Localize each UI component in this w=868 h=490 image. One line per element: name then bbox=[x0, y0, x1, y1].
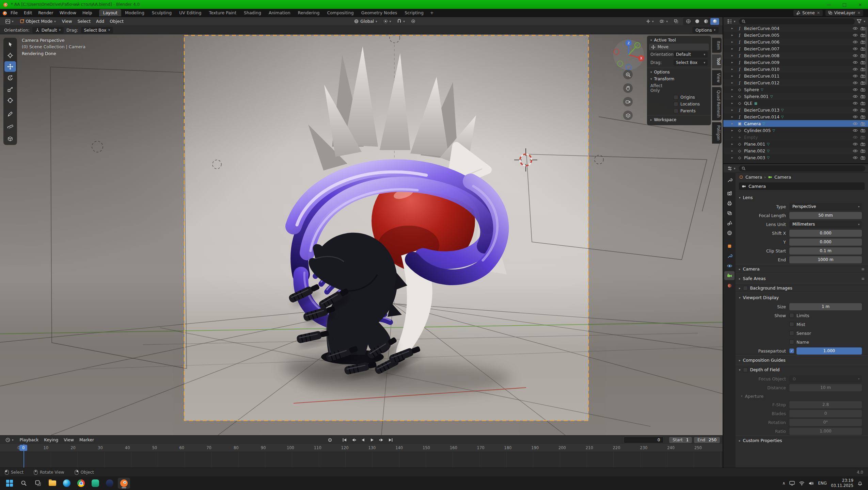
blender-app-icon[interactable] bbox=[2, 10, 7, 16]
menubar-item[interactable]: Window bbox=[57, 10, 79, 16]
focus-object-field[interactable] bbox=[789, 375, 862, 382]
breadcrumb-object[interactable]: Camera bbox=[745, 175, 762, 180]
checkbox[interactable] bbox=[674, 109, 678, 113]
n-panel-tab[interactable]: Quad Remesh bbox=[712, 87, 722, 120]
tool-scale[interactable] bbox=[4, 84, 16, 94]
disclosure-arrow-icon[interactable]: ▸ bbox=[731, 88, 735, 91]
frame-end-field[interactable]: End 250 bbox=[694, 437, 720, 443]
properties-tab-modifiers[interactable] bbox=[724, 251, 735, 260]
workspace-tab[interactable]: Texture Paint bbox=[205, 9, 240, 16]
object-name[interactable]: Camera bbox=[744, 121, 761, 126]
hide-in-viewport-icon[interactable] bbox=[853, 54, 858, 58]
disclosure-arrow-icon[interactable]: ▸ bbox=[731, 149, 735, 152]
outliner-row[interactable]: ▸ ◇ Cylinder.005 ▽ bbox=[723, 127, 868, 134]
lens-unit-dropdown[interactable]: Millimeters bbox=[789, 221, 862, 228]
hide-in-viewport-icon[interactable] bbox=[853, 67, 858, 71]
viewport-menu-item[interactable]: View bbox=[59, 18, 75, 24]
checkbox[interactable] bbox=[674, 102, 678, 107]
playhead-badge[interactable]: 0 bbox=[19, 445, 27, 451]
n-panel-tab[interactable]: Tool bbox=[712, 54, 722, 68]
add-workspace-button[interactable]: + bbox=[427, 10, 437, 16]
play-reverse-button[interactable] bbox=[359, 437, 367, 443]
hide-in-viewport-icon[interactable] bbox=[853, 156, 858, 160]
disclosure-arrow-icon[interactable]: ▸ bbox=[731, 27, 735, 30]
depth-of-field-section-header[interactable]: ▾ Depth of Field bbox=[736, 365, 868, 374]
taskbar-explorer-icon[interactable] bbox=[46, 478, 59, 489]
object-name[interactable]: BezierCurve.006 bbox=[744, 39, 779, 45]
passepartout-slider[interactable]: 1.000 bbox=[796, 347, 862, 355]
viewlayer-selector[interactable]: ViewLayer × bbox=[825, 10, 863, 16]
disclosure-arrow-icon[interactable]: ▸ bbox=[731, 108, 735, 112]
timeline-ruler[interactable]: 0102030405060708090100110120130140150160… bbox=[0, 444, 723, 452]
jump-to-end-button[interactable] bbox=[386, 437, 395, 443]
workspace-tab[interactable]: Sculpting bbox=[148, 9, 175, 16]
disclosure-arrow-icon[interactable]: ▸ bbox=[731, 54, 735, 57]
hide-in-viewport-icon[interactable] bbox=[853, 27, 858, 30]
filter-icon[interactable] bbox=[857, 19, 862, 23]
outliner-search[interactable] bbox=[739, 18, 855, 24]
properties-editor-type-button[interactable]: ▾ bbox=[726, 165, 737, 172]
disable-in-render-icon[interactable] bbox=[861, 54, 865, 58]
auto-keying-toggle[interactable] bbox=[326, 437, 334, 443]
prev-keyframe-button[interactable] bbox=[349, 437, 358, 443]
outliner-row[interactable]: ▸ ∫ BezierCurve.008 bbox=[723, 52, 868, 59]
outliner-row[interactable]: ▸ ◇ Sphere.001 ▽ bbox=[723, 93, 868, 100]
properties-tab-material[interactable] bbox=[724, 281, 735, 290]
object-name[interactable]: BezierCurve.009 bbox=[744, 60, 779, 65]
workspace-tab[interactable]: Layout bbox=[99, 9, 121, 16]
shading-rendered-button[interactable] bbox=[710, 18, 719, 25]
object-name[interactable]: Sphere.001 bbox=[744, 94, 769, 99]
np-options-header[interactable]: ▾ Options bbox=[647, 68, 711, 76]
outliner-row[interactable]: ▸ ◇ Plane.002 ▽ bbox=[723, 147, 868, 154]
taskbar-app-icon-2[interactable] bbox=[104, 478, 116, 489]
timeline-menu-item[interactable]: Marker bbox=[77, 437, 97, 443]
outliner-row[interactable]: ▸ ∫ BezierCurve.005 bbox=[723, 32, 868, 38]
disclosure-arrow-icon[interactable]: ▸ bbox=[731, 67, 735, 71]
outliner-row[interactable]: ▸ ◇ Plane.003 ▽ bbox=[723, 154, 868, 161]
taskbar-chrome-icon[interactable] bbox=[75, 478, 87, 489]
safe-areas-section-header[interactable]: ▸ Safe Areas ≡ bbox=[736, 274, 868, 283]
viewport-menu-item[interactable]: Add bbox=[93, 18, 107, 24]
outliner-row[interactable]: ▸ ∫ BezierCurve.014 ▽ bbox=[723, 113, 868, 120]
disclosure-arrow-icon[interactable]: ▸ bbox=[731, 101, 735, 105]
scene-unlink-icon[interactable]: × bbox=[817, 11, 820, 15]
disable-in-render-icon[interactable] bbox=[861, 129, 865, 132]
disclosure-arrow-icon[interactable]: ▸ bbox=[731, 81, 735, 84]
hide-in-viewport-icon[interactable] bbox=[853, 122, 858, 126]
disable-in-render-icon[interactable] bbox=[861, 88, 865, 92]
properties-tab-tool[interactable] bbox=[724, 176, 735, 184]
workspace-tab[interactable]: Animation bbox=[265, 9, 294, 16]
object-name[interactable]: BezierCurve.012 bbox=[744, 80, 779, 85]
disclosure-arrow-icon[interactable]: ▸ bbox=[731, 40, 735, 44]
tool-options-dropdown[interactable]: Options ▾ bbox=[692, 27, 719, 33]
transform-orientation-selector[interactable]: Global ▾ bbox=[351, 18, 380, 24]
menubar-item[interactable]: Edit bbox=[21, 10, 35, 16]
hide-in-viewport-icon[interactable] bbox=[853, 108, 858, 112]
datablock-name-field[interactable]: Camera bbox=[739, 182, 865, 190]
outliner-row[interactable]: ▸ ∫ BezierCurve.012 bbox=[723, 79, 868, 86]
disclosure-arrow-icon[interactable]: ▸ bbox=[731, 95, 735, 98]
object-name[interactable]: Plane.002 bbox=[744, 148, 765, 153]
active-tool-header[interactable]: ▾ Active Tool bbox=[647, 37, 711, 44]
disclosure-arrow-icon[interactable]: ▸ bbox=[731, 156, 735, 159]
outliner-row[interactable]: ▸ ◇ Sphere ▽ bbox=[723, 86, 868, 93]
3d-viewport[interactable]: Camera Perspective (0) Scene Collection … bbox=[0, 34, 723, 435]
play-button[interactable] bbox=[368, 437, 376, 443]
outliner-row[interactable]: ▸ ∫ BezierCurve.013 ▽ bbox=[723, 107, 868, 113]
camera-section-menu-icon[interactable]: ≡ bbox=[861, 267, 865, 272]
hide-in-viewport-icon[interactable] bbox=[853, 61, 858, 64]
background-images-checkbox[interactable] bbox=[743, 286, 748, 291]
hide-in-viewport-icon[interactable] bbox=[853, 81, 858, 85]
disable-in-render-icon[interactable] bbox=[861, 142, 865, 146]
timeline-menu-item[interactable]: View bbox=[61, 437, 77, 443]
disable-in-render-icon[interactable] bbox=[861, 108, 865, 112]
tool-rotate[interactable] bbox=[4, 72, 16, 83]
disclosure-arrow-icon[interactable]: ▸ bbox=[731, 61, 735, 64]
overlays-toggle[interactable]: ▾ bbox=[657, 18, 670, 24]
frame-start-field[interactable]: Start 1 bbox=[669, 437, 692, 443]
affect-only-option[interactable]: Locations bbox=[647, 101, 711, 108]
disable-in-render-icon[interactable] bbox=[861, 40, 865, 44]
camera-section-header[interactable]: ▸ Camera ≡ bbox=[736, 264, 868, 274]
lens-type-dropdown[interactable]: Perspective bbox=[789, 203, 862, 210]
properties-tab-output[interactable] bbox=[724, 199, 735, 208]
